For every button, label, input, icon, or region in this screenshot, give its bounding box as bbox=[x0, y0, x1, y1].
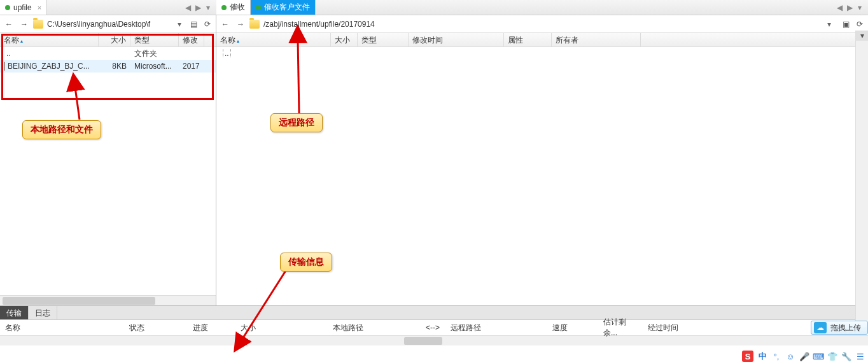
tcol-name[interactable]: 名称 bbox=[0, 323, 124, 333]
tab-menu-icon[interactable]: ▾ bbox=[855, 3, 864, 12]
refresh-icon[interactable]: ⟳ bbox=[202, 18, 213, 30]
h-scrollbar[interactable] bbox=[0, 335, 868, 345]
local-path-bar: ← → ▾ ▤ ⟳ bbox=[0, 15, 216, 33]
right-tab-cuishou-files[interactable]: 催收客户文件 bbox=[251, 0, 316, 15]
ime-tool-icon[interactable]: 🔧 bbox=[841, 351, 851, 361]
callout-transfer: 传输信息 bbox=[280, 253, 332, 272]
tab-log[interactable]: 日志 bbox=[29, 306, 57, 319]
col-size[interactable]: 大小 bbox=[99, 33, 130, 46]
h-scrollbar[interactable] bbox=[0, 295, 216, 305]
status-dot-icon bbox=[256, 5, 261, 10]
tcol-elapsed[interactable]: 经过时间 bbox=[643, 323, 706, 333]
tcol-eta[interactable]: 估计剩余... bbox=[598, 317, 643, 338]
tab-prev-icon[interactable]: ◀ bbox=[835, 3, 844, 12]
drag-upload-button[interactable]: ☁ 拖拽上传 bbox=[811, 321, 868, 335]
sort-asc-icon: ▴ bbox=[20, 38, 23, 44]
col-type[interactable]: 类型 bbox=[130, 33, 179, 46]
list-item[interactable]: .. bbox=[216, 47, 868, 60]
local-list-header: 名称▴ 大小 类型 修改 bbox=[0, 33, 216, 47]
tcol-status[interactable]: 状态 bbox=[124, 323, 188, 333]
remote-path-bar: ← → ▾ ▣ ⟳ bbox=[216, 15, 868, 33]
tab-label: upfile bbox=[13, 3, 32, 12]
ime-lang-icon[interactable]: 中 bbox=[757, 351, 767, 361]
forward-icon[interactable]: → bbox=[234, 18, 247, 31]
tcol-rpath[interactable]: 远程路径 bbox=[445, 323, 547, 333]
terminal-icon[interactable]: ▣ bbox=[840, 18, 851, 30]
ime-emoji-icon[interactable]: ☺ bbox=[785, 351, 795, 361]
tcol-progress[interactable]: 进度 bbox=[188, 323, 235, 333]
tcol-arrow: <--> bbox=[420, 323, 445, 332]
col-type[interactable]: 类型 bbox=[358, 33, 409, 46]
chevron-down-icon[interactable]: ▾ bbox=[856, 31, 868, 41]
local-file-list[interactable]: .. 文件夹 BEIJING_ZABJ_BJ_C... 8KB Microsof… bbox=[0, 47, 216, 295]
close-icon[interactable]: × bbox=[38, 4, 41, 11]
col-mtime[interactable]: 修改 bbox=[179, 33, 204, 46]
list-item[interactable]: .. 文件夹 bbox=[0, 47, 216, 60]
cloud-upload-icon: ☁ bbox=[814, 322, 827, 333]
v-scrollbar[interactable]: ▾ bbox=[855, 31, 868, 321]
right-tab-cuishou[interactable]: 催收 bbox=[216, 0, 251, 15]
tab-label: 催收客户文件 bbox=[264, 2, 310, 13]
ime-menu-icon[interactable]: ☰ bbox=[855, 351, 865, 361]
tab-next-icon[interactable]: ▶ bbox=[193, 3, 202, 12]
tab-menu-icon[interactable]: ▾ bbox=[204, 3, 213, 12]
ime-mic-icon[interactable]: 🎤 bbox=[799, 351, 809, 361]
col-owner[interactable]: 所有者 bbox=[552, 33, 641, 46]
tab-next-icon[interactable]: ▶ bbox=[845, 3, 854, 12]
folder-icon bbox=[33, 20, 43, 29]
upload-label: 拖拽上传 bbox=[830, 323, 861, 333]
back-icon[interactable]: ← bbox=[3, 18, 15, 31]
tcol-speed[interactable]: 速度 bbox=[547, 323, 598, 333]
callout-local: 本地路径和文件 bbox=[22, 120, 101, 139]
forward-icon[interactable]: → bbox=[18, 18, 31, 31]
tab-prev-icon[interactable]: ◀ bbox=[183, 3, 192, 12]
transfer-panel: 传输 日志 名称 状态 进度 大小 本地路径 <--> 远程路径 速度 估计剩余… bbox=[0, 305, 868, 345]
chevron-down-icon[interactable]: ▾ bbox=[827, 20, 835, 29]
col-mtime[interactable]: 修改时间 bbox=[409, 33, 504, 46]
remote-list-header: 名称▴ 大小 类型 修改时间 属性 所有者 bbox=[216, 33, 868, 47]
tab-label: 催收 bbox=[230, 2, 245, 13]
back-icon[interactable]: ← bbox=[219, 18, 232, 31]
explorer-icon[interactable]: ▤ bbox=[188, 18, 199, 30]
tab-transfer[interactable]: 传输 bbox=[0, 306, 29, 319]
folder-icon bbox=[249, 20, 260, 29]
ime-tray: S 中 °, ☺ 🎤 ⌨ 👕 🔧 ☰ bbox=[742, 351, 865, 362]
ime-punct-icon[interactable]: °, bbox=[771, 351, 781, 361]
status-dot-icon bbox=[221, 5, 227, 10]
chevron-down-icon[interactable]: ▾ bbox=[178, 20, 185, 29]
remote-path-input[interactable] bbox=[262, 18, 825, 31]
ime-skin-icon[interactable]: 👕 bbox=[827, 351, 837, 361]
local-path-input[interactable] bbox=[46, 18, 175, 31]
ime-keyboard-icon[interactable]: ⌨ bbox=[813, 351, 823, 361]
list-item[interactable]: BEIJING_ZABJ_BJ_C... 8KB Microsoft... 20… bbox=[0, 60, 216, 73]
local-pane: ← → ▾ ▤ ⟳ 名称▴ 大小 类型 修改 .. 文件夹 BEIJING_ZA… bbox=[0, 15, 216, 305]
sogou-ime-icon[interactable]: S bbox=[742, 351, 753, 362]
scrollbar-thumb[interactable] bbox=[404, 337, 442, 345]
tcol-lpath[interactable]: 本地路径 bbox=[328, 323, 420, 333]
status-dot-icon bbox=[5, 5, 10, 10]
col-attr[interactable]: 属性 bbox=[504, 33, 552, 46]
transfer-columns: 名称 状态 进度 大小 本地路径 <--> 远程路径 速度 估计剩余... 经过… bbox=[0, 320, 868, 335]
col-name[interactable]: 名称▴ bbox=[216, 33, 331, 46]
sort-asc-icon: ▴ bbox=[237, 38, 239, 44]
callout-remote: 远程路径 bbox=[270, 113, 323, 132]
col-name[interactable]: 名称▴ bbox=[0, 33, 99, 46]
document-icon bbox=[4, 62, 5, 71]
scrollbar-thumb[interactable] bbox=[3, 297, 155, 305]
left-tab-upfile[interactable]: upfile × bbox=[0, 0, 47, 15]
col-size[interactable]: 大小 bbox=[331, 33, 358, 46]
refresh-icon[interactable]: ⟳ bbox=[854, 18, 865, 30]
tcol-size[interactable]: 大小 bbox=[235, 323, 328, 333]
